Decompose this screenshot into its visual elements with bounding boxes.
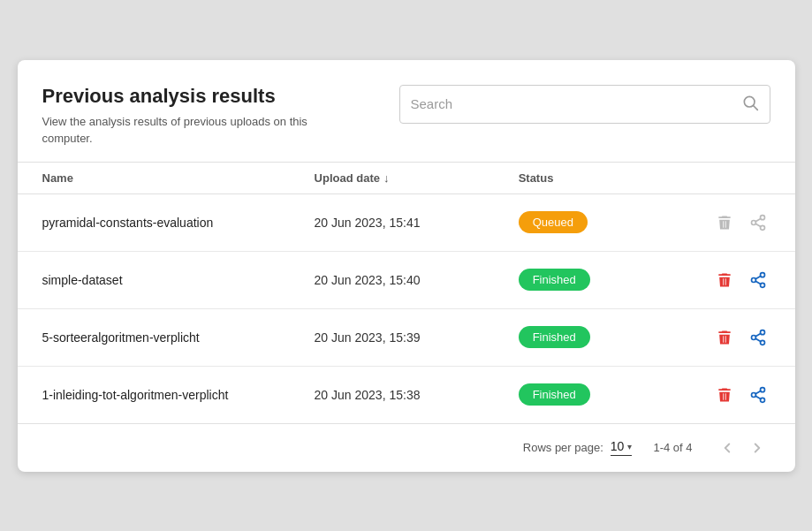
cell-date: 20 Jun 2023, 15:41: [315, 216, 519, 230]
cell-actions: [682, 268, 770, 292]
svg-line-6: [755, 218, 761, 221]
page-title: Previous analysis results: [42, 85, 325, 108]
pagination-next-button[interactable]: [744, 436, 770, 459]
search-box[interactable]: [399, 85, 770, 124]
cell-actions: [682, 383, 770, 407]
main-card: Previous analysis results View the analy…: [18, 60, 795, 472]
chevron-right-icon: [749, 440, 765, 456]
share-button[interactable]: [746, 210, 770, 235]
delete-icon: [716, 271, 733, 289]
search-icon: [741, 94, 759, 114]
table-header-row: Name Upload date ↓ Status: [18, 163, 795, 194]
delete-icon: [716, 386, 733, 404]
share-button[interactable]: [746, 383, 770, 407]
svg-line-15: [755, 338, 761, 341]
pagination-info: 1-4 of 4: [653, 441, 692, 454]
header-text: Previous analysis results View the analy…: [42, 85, 325, 148]
sort-arrow-icon: ↓: [383, 171, 390, 185]
rows-per-page: Rows per page: 10 ▾: [523, 439, 633, 456]
cell-status: Finished: [519, 269, 682, 291]
svg-line-11: [755, 276, 761, 278]
table-container: Name Upload date ↓ Status pyramidal-cons…: [18, 163, 795, 423]
svg-line-20: [755, 396, 761, 398]
share-button[interactable]: [746, 325, 770, 350]
share-button[interactable]: [746, 268, 770, 292]
share-icon: [749, 271, 767, 289]
status-badge: Finished: [519, 383, 590, 406]
delete-button[interactable]: [712, 325, 737, 350]
col-upload-date[interactable]: Upload date ↓: [315, 171, 519, 185]
rows-per-page-label: Rows per page:: [523, 441, 603, 454]
chevron-left-icon: [719, 440, 735, 456]
svg-line-21: [755, 391, 761, 393]
delete-button[interactable]: [712, 268, 737, 292]
cell-status: Finished: [519, 383, 682, 406]
card-header: Previous analysis results View the analy…: [18, 60, 795, 162]
col-status: Status: [519, 171, 682, 185]
cell-date: 20 Jun 2023, 15:39: [315, 330, 519, 345]
table-row: pyramidal-constants-evaluation 20 Jun 20…: [18, 194, 795, 252]
col-actions: [682, 171, 770, 185]
delete-button[interactable]: [712, 383, 737, 407]
share-icon: [749, 386, 767, 404]
delete-button[interactable]: [712, 210, 737, 235]
cell-date: 20 Jun 2023, 15:40: [315, 273, 519, 287]
rows-per-page-select[interactable]: 10 ▾: [611, 439, 633, 456]
status-badge: Finished: [519, 269, 590, 291]
table-row: 5-sorteeralgoritmen-verplicht 20 Jun 202…: [18, 309, 795, 367]
table-row: simple-dataset 20 Jun 2023, 15:40 Finish…: [18, 252, 795, 309]
pagination-arrows: [714, 436, 770, 459]
svg-line-5: [755, 224, 761, 226]
search-input[interactable]: [411, 96, 741, 111]
cell-date: 20 Jun 2023, 15:38: [315, 388, 519, 402]
share-icon: [749, 329, 767, 346]
svg-line-16: [755, 333, 761, 336]
col-name: Name: [42, 171, 315, 185]
cell-name: 1-inleiding-tot-algoritmen-verplicht: [42, 388, 315, 402]
share-icon: [749, 214, 767, 231]
delete-icon: [716, 214, 733, 231]
svg-line-1: [753, 106, 757, 110]
svg-line-10: [755, 281, 761, 284]
status-badge: Finished: [519, 326, 590, 348]
table-footer: Rows per page: 10 ▾ 1-4 of 4: [18, 423, 795, 472]
cell-actions: [682, 325, 770, 350]
pagination-prev-button[interactable]: [714, 436, 740, 459]
cell-name: 5-sorteeralgoritmen-verplicht: [42, 330, 315, 345]
chevron-down-icon: ▾: [627, 442, 632, 451]
cell-name: pyramidal-constants-evaluation: [42, 216, 315, 230]
page-subtitle: View the analysis results of previous up…: [42, 113, 325, 148]
cell-name: simple-dataset: [42, 273, 315, 287]
cell-status: Queued: [519, 211, 682, 233]
delete-icon: [716, 329, 733, 346]
cell-actions: [682, 210, 770, 235]
rows-per-page-value: 10: [611, 439, 625, 453]
status-badge: Queued: [519, 211, 588, 233]
table-row: 1-inleiding-tot-algoritmen-verplicht 20 …: [18, 367, 795, 423]
cell-status: Finished: [519, 326, 682, 348]
